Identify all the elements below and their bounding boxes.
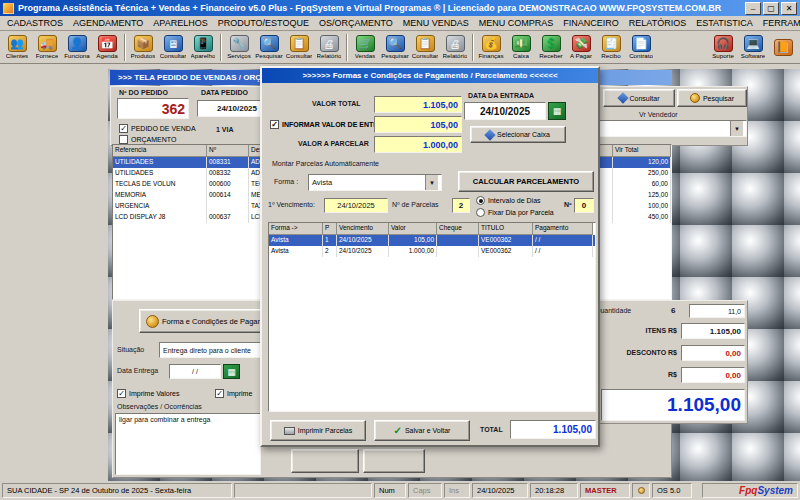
data-entrega-field[interactable]: / / (169, 364, 221, 379)
chevron-down-icon[interactable]: ▼ (730, 121, 743, 136)
fixar-dia-radio[interactable]: Fixar Dia por Parcela (476, 208, 554, 217)
table-row[interactable]: Avista 1 24/10/2025 105,00 VE000362 / / (269, 235, 595, 246)
cell-cheque (437, 246, 479, 257)
menu-relatorios[interactable]: RELATÓRIOS (624, 18, 691, 28)
money-bag-icon: 💰 (482, 35, 501, 52)
toolbar-label: Consultar (160, 52, 186, 59)
chevron-down-icon[interactable]: ▼ (425, 175, 438, 190)
menu-ferramentas[interactable]: FERRAMENTAS (758, 18, 800, 28)
toolbar-label: Pesquisar (381, 52, 409, 59)
check-icon: ✓ (394, 425, 402, 436)
suporte-button[interactable]: 🎧Suporte (708, 35, 738, 59)
checkbox-label: ORÇAMENTO (131, 136, 176, 143)
receipt-icon: 🧾 (602, 35, 621, 52)
menu-os-orcamento[interactable]: OS/ORÇAMENTO (314, 18, 398, 28)
toolbar-separator (472, 34, 474, 61)
vencimento-field[interactable]: 24/10/2025 (324, 198, 388, 213)
servicos-button[interactable]: 🔧Serviços (224, 35, 254, 59)
pedido-venda-checkbox[interactable]: ✓ PEDIDO DE VENDA (119, 124, 196, 133)
observacoes-textarea[interactable]: ligar para combinar a entrega (115, 413, 261, 475)
forma-select[interactable]: Avista ▼ (308, 174, 442, 191)
desconto-field[interactable]: 0,00 (681, 345, 745, 361)
vendedor-select[interactable]: ▼ (591, 120, 747, 137)
calendar-icon[interactable]: ▦ (548, 102, 566, 120)
produtos-button[interactable]: 📦Produtos (128, 35, 158, 59)
pedido-date-label: DATA PEDIDO (201, 89, 248, 96)
imprime-valores-checkbox[interactable]: ✓ Imprime Valores (117, 389, 179, 398)
hidden-button-1[interactable] (291, 449, 359, 473)
statusbar: SUA CIDADE - SP 24 de Outubro de 2025 - … (0, 481, 800, 500)
menu-financeiro[interactable]: FINANCEIRO (558, 18, 624, 28)
n-field[interactable]: 0 (574, 198, 594, 213)
cell-vencimento: 24/10/2025 (337, 246, 389, 257)
peso-field[interactable]: 11,0 (689, 304, 745, 318)
maximize-icon[interactable]: ▢ (763, 2, 779, 15)
consultar-button[interactable]: Consultar (603, 89, 675, 107)
pesquisar-servicos-button[interactable]: 🔍Pesquisar (254, 35, 284, 59)
cell-numero: 008332 (207, 168, 249, 179)
aparelho-button[interactable]: 📱Aparelho (188, 35, 218, 59)
menu-cadastros[interactable]: CADASTROS (2, 18, 68, 28)
menu-agendamento[interactable]: AGENDAMENTO (68, 18, 148, 28)
salvar-voltar-button[interactable]: ✓ Salvar e Voltar (374, 420, 470, 441)
a-pagar-button[interactable]: 💸A Pagar (566, 35, 596, 59)
toolbar-label: Fornece (36, 52, 59, 59)
contrato-button[interactable]: 📄Contrato (626, 35, 656, 59)
minimize-icon[interactable]: – (745, 2, 761, 15)
relatorio-vendas-button[interactable]: 🖨Relatório (440, 35, 470, 59)
caixa-button[interactable]: 💵Caixa (506, 35, 536, 59)
agenda-button[interactable]: 📅Agenda (92, 35, 122, 59)
checkbox-label: Imprime Valores (129, 390, 179, 397)
consultar-servicos-button[interactable]: 📋Consultar (284, 35, 314, 59)
funcionarios-button[interactable]: 👤Funciona (62, 35, 92, 59)
calendar-icon[interactable]: ▦ (223, 364, 240, 379)
vendas-button[interactable]: 🛒Vendas (350, 35, 380, 59)
toolbar-label: Serviços (227, 52, 251, 59)
selecionar-caixa-button[interactable]: Selecionar Caixa (470, 126, 566, 143)
close-icon[interactable]: ✕ (781, 2, 797, 15)
button-label: Imprimir Parcelas (298, 427, 352, 434)
table-row[interactable]: Avista 2 24/10/2025 1.000,00 VE000362 / … (269, 246, 595, 257)
consultar-vendas-button[interactable]: 📋Consultar (410, 35, 440, 59)
pesquisar-vendas-button[interactable]: 🔍Pesquisar (380, 35, 410, 59)
menu-compras[interactable]: MENU COMPRAS (474, 18, 559, 28)
fornecedores-button[interactable]: 🚚Fornece (32, 35, 62, 59)
hidden-button-2[interactable] (363, 449, 425, 473)
col-p: P (323, 223, 337, 235)
frete-field[interactable]: 0,00 (681, 367, 745, 383)
clientes-button[interactable]: 👥Clientes (2, 35, 32, 59)
receber-button[interactable]: 💲Receber (536, 35, 566, 59)
valor-total-field[interactable]: 1.105,00 (374, 96, 462, 113)
data-entrada-field[interactable]: 24/10/2025 (464, 102, 546, 120)
imprimir-parcelas-button[interactable]: Imprimir Parcelas (270, 420, 366, 441)
cashbox-icon (484, 129, 495, 140)
search-icon: 🔍 (386, 35, 405, 52)
intervalo-dias-radio[interactable]: Intervalo de Dias (476, 196, 541, 205)
cell-numero (207, 201, 249, 212)
status-date: 24/10/2025 (472, 483, 528, 498)
recibo-button[interactable]: 🧾Recibo (596, 35, 626, 59)
menu-aparelhos[interactable]: APARELHOS (148, 18, 212, 28)
relatorio-servicos-button[interactable]: 🖨Relatório (314, 35, 344, 59)
document-icon: 📄 (632, 35, 651, 52)
imprime-checkbox[interactable]: ✓ Imprime (215, 389, 252, 398)
parcelas-field[interactable]: 2 (452, 198, 470, 213)
consultar-produtos-button[interactable]: 🖥Consultar (158, 35, 188, 59)
calcular-parcelamento-button[interactable]: CALCULAR PARCELAMENTO (458, 171, 594, 192)
parcelar-field[interactable]: 1.000,00 (374, 136, 462, 153)
menu-vendas[interactable]: MENU VENDAS (398, 18, 474, 28)
entrada-field[interactable]: 105,00 (374, 116, 462, 133)
financas-button[interactable]: 💰Finanças (476, 35, 506, 59)
pedido-number-field[interactable]: 362 (117, 98, 189, 119)
itens-field[interactable]: 1.105,00 (681, 323, 745, 339)
checkbox-checked-icon: ✓ (117, 389, 126, 398)
cell-numero: 008331 (207, 157, 249, 168)
cell-valor: 1.000,00 (389, 246, 437, 257)
pedido-number-label: Nº DO PEDIDO (119, 89, 168, 96)
software-button[interactable]: 💻Software (738, 35, 768, 59)
menu-estatistica[interactable]: ESTATISTICA (691, 18, 758, 28)
orcamento-checkbox[interactable]: ORÇAMENTO (119, 135, 176, 144)
pesquisar-button[interactable]: Pesquisar (677, 89, 747, 107)
manual-button[interactable]: 📙 (768, 39, 798, 56)
menu-produto-estoque[interactable]: PRODUTO/ESTOQUE (213, 18, 314, 28)
